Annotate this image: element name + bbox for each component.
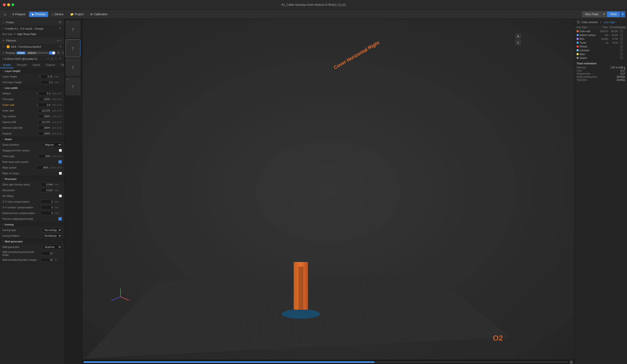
first-layer-height-input[interactable] <box>41 80 54 84</box>
thumbnail-2[interactable]: 2 ↑ <box>66 39 80 57</box>
nav-prepare[interactable]: ↺ Prepare <box>9 12 28 17</box>
resolution-input[interactable] <box>41 188 54 192</box>
print-dropdown[interactable]: ▾ <box>621 11 625 17</box>
lw-outerwall-reset-icon[interactable]: ↺ <box>36 104 38 106</box>
add-filament-button[interactable]: + <box>57 39 59 43</box>
progress-end-button[interactable]: ▶ <box>570 360 573 364</box>
lt-disp-brim[interactable] <box>620 38 623 40</box>
close-button[interactable] <box>3 3 6 6</box>
profile-compare-icon[interactable]: ⊟ <box>50 57 54 61</box>
first-layer-height-unit: mm <box>55 81 62 84</box>
lt-row-unretract: Unretract <box>575 48 627 52</box>
lw-topsurface-input[interactable] <box>38 114 52 118</box>
wall-filter-input[interactable] <box>41 258 54 262</box>
layer-height-header[interactable]: ▾ Layer height <box>0 68 64 74</box>
est-cost-row: Cost: 0.17 <box>577 69 625 72</box>
progress-bar[interactable] <box>84 361 568 363</box>
lt-disp-bottom-surface[interactable] <box>620 34 623 37</box>
home-button[interactable]: ⌂ <box>2 11 8 17</box>
lw-internalsolid-input[interactable] <box>38 126 52 130</box>
lw-innerwall-input[interactable] <box>38 109 52 113</box>
bed-type-value[interactable]: High Temp Plate <box>17 33 36 36</box>
printer-header[interactable]: 🖨 Printer ⚙ <box>0 19 64 26</box>
lw-default-input[interactable] <box>38 91 52 95</box>
filament-edit-icon[interactable]: ✎ <box>59 45 62 48</box>
remove-filament-button[interactable]: − <box>60 39 62 43</box>
lt-disp-travel[interactable] <box>620 41 623 44</box>
lw-firstlayer-input[interactable] <box>38 97 52 101</box>
viewport-icon-1[interactable]: ⊞ <box>515 33 521 39</box>
minimize-button[interactable] <box>7 3 10 6</box>
lt-disp-outer-wall[interactable] <box>620 30 623 33</box>
profile-edit-icon[interactable]: ✎ <box>54 57 58 61</box>
precision-header[interactable]: ▾ Precision <box>0 176 64 182</box>
staggered-seams-checkbox[interactable] <box>59 149 62 152</box>
nav-calibration[interactable]: ⚙ Calibration <box>87 12 110 17</box>
badge-global[interactable]: Global <box>16 51 26 54</box>
tab-strength[interactable]: Strength <box>14 62 30 68</box>
lt-disp-unretract[interactable] <box>620 49 623 52</box>
thumbnail-1[interactable]: 1 ↑ <box>66 20 80 38</box>
printer-edit-icon[interactable]: ✎ <box>58 27 62 30</box>
printer-name-row[interactable]: ▾ Creality K1 - 0.4 nozzle - Orange ✎ <box>0 26 64 32</box>
profile-reset-icon[interactable]: ↺ <box>46 57 50 61</box>
est-filament-value: 1.87 m 4.99 g <box>611 66 625 69</box>
xy-contour-input[interactable] <box>41 205 54 209</box>
wipe-loops-checkbox[interactable] <box>59 172 62 175</box>
process-settings-icon[interactable]: ⚙ <box>56 51 60 55</box>
lw-sparseinfill-input[interactable] <box>38 120 52 124</box>
lt-row-bottom-surface: Bottom surface <1s <0.1% <box>575 33 627 37</box>
tab-speed[interactable]: Speed <box>30 62 43 68</box>
thumbnail-3[interactable]: 3 ↑ <box>66 58 80 76</box>
viewport-icon-2[interactable]: ⊡ <box>515 40 521 46</box>
slice-dropdown[interactable]: ▾ <box>602 11 607 17</box>
color-scheme-label[interactable]: Color scheme <box>581 21 598 24</box>
filament-color-swatch[interactable] <box>7 45 9 48</box>
lt-disp-wipe[interactable] <box>620 53 623 55</box>
layer-height-input[interactable] <box>41 75 54 78</box>
elephant-foot-input[interactable] <box>41 211 54 215</box>
ironing-pattern-select[interactable]: Rectilinear <box>42 234 62 238</box>
line-width-header[interactable]: ▾ Line width <box>0 85 64 91</box>
process-list-icon[interactable]: ≡ <box>61 51 64 55</box>
wall-generator-header[interactable]: ▾ Wall generator <box>0 239 64 244</box>
slice-gap-input[interactable] <box>41 182 54 186</box>
lt-disp-seams[interactable] <box>620 56 623 59</box>
badge-objects[interactable]: Objects <box>27 51 37 54</box>
maximize-button[interactable] <box>11 3 14 6</box>
layer-height-reset-icon[interactable]: ↺ <box>38 75 40 78</box>
3d-viewport[interactable]: Cover Horizontal Right X Y Z O2 <box>82 19 575 364</box>
slice-button[interactable]: Slice Plate <box>582 11 602 17</box>
wall-generator-select[interactable]: Arachne <box>43 245 62 249</box>
ironing-type-select[interactable]: No ironing <box>43 228 62 232</box>
lw-outerwall-input[interactable] <box>38 103 52 107</box>
tab-quality[interactable]: Quality <box>0 62 14 68</box>
print-button[interactable]: Print <box>607 11 620 17</box>
lt-disp-retract[interactable] <box>620 45 623 48</box>
lw-support-input[interactable] <box>38 132 52 136</box>
lw-default-reset-icon[interactable]: ↺ <box>36 92 38 95</box>
tab-support[interactable]: Support <box>43 62 58 68</box>
arc-fitting-checkbox[interactable] <box>59 194 62 197</box>
ironing-header[interactable]: ▾ Ironing <box>0 222 64 227</box>
role-base-wipe-checkbox[interactable]: ✓ <box>58 160 62 164</box>
nav-project[interactable]: 📁 Project <box>67 12 86 17</box>
advanced-toggle[interactable] <box>49 51 55 55</box>
profile-delete-icon[interactable]: ✕ <box>58 57 62 61</box>
wall-threshold-input[interactable] <box>41 251 54 255</box>
line-type-label[interactable]: Line Type <box>604 21 615 24</box>
resolution-row: Resolution mm <box>0 187 64 193</box>
precise-wall-checkbox[interactable]: ✓ <box>58 217 62 221</box>
profile-row: ▾ 0.20mm FAST @Creality K1 ↺ ⊟ ✎ ✕ <box>0 56 64 62</box>
precise-wall-label: Precise wall(experimental) <box>2 217 58 220</box>
printer-settings-icon[interactable]: ⚙ <box>58 20 62 24</box>
wipe-speed-input[interactable] <box>37 166 50 170</box>
seam-position-select[interactable]: Aligned <box>43 142 62 147</box>
nav-preview[interactable]: ▶ Preview <box>29 12 48 17</box>
xy-hole-input[interactable] <box>41 200 54 204</box>
tab-others[interactable]: Others <box>58 62 64 68</box>
seam-gap-input[interactable] <box>38 154 52 158</box>
seam-header[interactable]: ▾ Seam <box>0 136 64 142</box>
nav-device[interactable]: □ Device <box>49 12 66 17</box>
thumbnail-4[interactable]: 4 ↑ <box>66 78 80 95</box>
